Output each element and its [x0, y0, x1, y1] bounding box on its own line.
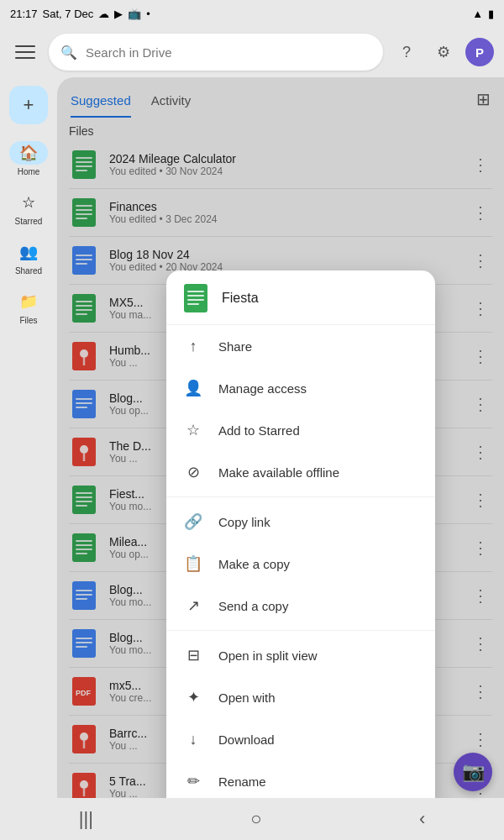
copy-icon: 📋: [183, 554, 203, 574]
shared-icon: 👥: [9, 240, 48, 264]
context-menu-title: Fiesta: [222, 291, 259, 306]
wifi-icon: ▲: [472, 8, 483, 20]
status-time: 21:17: [10, 8, 38, 20]
context-menu: Fiesta ↑ Share 👤 Manage access ☆ Add to …: [166, 270, 435, 798]
sidebar-label-shared: Shared: [15, 266, 42, 276]
search-input[interactable]: [86, 45, 371, 60]
settings-button[interactable]: ⚙: [428, 37, 459, 67]
context-menu-item-share[interactable]: ↑ Share: [166, 325, 435, 367]
svg-rect-53: [187, 295, 204, 297]
context-menu-label: Make available offline: [218, 465, 339, 480]
split-icon: ⊟: [183, 645, 203, 665]
context-menu-item-open-with[interactable]: ✦ Open with: [166, 676, 435, 718]
star-icon: ☆: [183, 420, 203, 440]
context-file-icon: [181, 284, 210, 312]
context-menu-label: Rename: [218, 774, 266, 789]
sidebar: + 🏠 Home ☆ Starred 👥 Shared 📁 Files: [0, 77, 57, 798]
star-icon: ☆: [9, 191, 48, 214]
manage-access-icon: 👤: [183, 378, 203, 398]
help-button[interactable]: ?: [391, 37, 422, 67]
offline-icon: ⊘: [183, 462, 203, 482]
rename-icon: ✏: [183, 771, 203, 791]
context-menu-item-send-copy[interactable]: ↗ Send a copy: [166, 585, 435, 627]
context-menu-label: Open in split view: [218, 648, 318, 663]
battery-icon: ▮: [488, 8, 494, 20]
top-actions: ? ⚙ P: [391, 37, 494, 67]
context-menu-item-add-starred[interactable]: ☆ Add to Starred: [166, 409, 435, 451]
link-icon: 🔗: [183, 512, 203, 532]
menu-divider: [166, 496, 435, 497]
context-menu-item-make-copy[interactable]: 📋 Make a copy: [166, 543, 435, 585]
context-menu-items: ↑ Share 👤 Manage access ☆ Add to Starred…: [166, 325, 435, 798]
context-menu-label: Copy link: [218, 515, 270, 529]
context-menu-label: Send a copy: [218, 599, 288, 613]
context-menu-item-download[interactable]: ↓ Download: [166, 718, 435, 760]
status-bar: 21:17 Sat, 7 Dec ☁ ▶ 📺 • ▲ ▮: [0, 0, 504, 27]
svg-rect-55: [187, 303, 199, 305]
download-icon: ↓: [183, 729, 203, 749]
search-bar[interactable]: 🔍: [49, 34, 383, 71]
context-menu-item-rename[interactable]: ✏ Rename: [166, 760, 435, 798]
context-menu-item-split-view[interactable]: ⊟ Open in split view: [166, 634, 435, 676]
context-menu-label: Download: [218, 732, 275, 747]
content-area: Suggested Activity ⊞ Files 2024 Mileage …: [57, 77, 504, 798]
top-bar: 🔍 ? ⚙ P: [0, 27, 504, 77]
context-menu-label: Share: [218, 339, 252, 354]
context-menu-label: Manage access: [218, 381, 307, 396]
search-icon: 🔍: [60, 45, 77, 60]
dot-icon: •: [146, 8, 150, 20]
sidebar-item-shared[interactable]: 👥 Shared: [4, 235, 53, 281]
main-layout: + 🏠 Home ☆ Starred 👥 Shared 📁 Files Sugg…: [0, 77, 504, 798]
nav-home[interactable]: ○: [234, 801, 278, 837]
nav-back[interactable]: ‹: [402, 801, 442, 837]
sidebar-item-files[interactable]: 📁 Files: [4, 285, 53, 331]
nav-recent-apps[interactable]: |||: [62, 801, 110, 837]
context-menu-label: Add to Starred: [218, 423, 300, 438]
context-menu-item-copy-link[interactable]: 🔗 Copy link: [166, 501, 435, 543]
sidebar-item-starred[interactable]: ☆ Starred: [4, 186, 53, 232]
sidebar-label-home: Home: [18, 167, 40, 177]
context-menu-item-manage-access[interactable]: 👤 Manage access: [166, 367, 435, 409]
sidebar-item-home[interactable]: 🏠 Home: [4, 136, 53, 182]
svg-rect-54: [187, 299, 204, 301]
context-menu-item-offline[interactable]: ⊘ Make available offline: [166, 451, 435, 493]
context-menu-header: Fiesta: [166, 270, 435, 325]
fab-new-button[interactable]: +: [9, 86, 48, 124]
status-right: ▲ ▮: [472, 8, 494, 20]
youtube-icon: ▶: [114, 8, 123, 20]
menu-button[interactable]: [10, 37, 40, 67]
status-left: 21:17 Sat, 7 Dec ☁ ▶ 📺 •: [10, 8, 150, 20]
send-icon: ↗: [183, 596, 203, 616]
cast-icon: 📺: [128, 8, 141, 20]
menu-divider: [166, 630, 435, 631]
svg-rect-52: [187, 291, 204, 292]
context-menu-label: Open with: [218, 690, 276, 705]
status-date: Sat, 7 Dec: [43, 8, 94, 20]
cloud-icon: ☁: [98, 8, 109, 20]
sidebar-label-files: Files: [19, 316, 37, 326]
home-icon: 🏠: [9, 141, 48, 165]
open-with-icon: ✦: [183, 687, 203, 707]
files-icon: 📁: [9, 290, 48, 313]
context-menu-label: Make a copy: [218, 557, 290, 571]
sidebar-label-starred: Starred: [15, 217, 43, 227]
share-icon: ↑: [183, 336, 203, 356]
svg-rect-51: [184, 284, 207, 312]
bottom-nav: ||| ○ ‹: [0, 798, 504, 840]
avatar[interactable]: P: [465, 38, 494, 66]
